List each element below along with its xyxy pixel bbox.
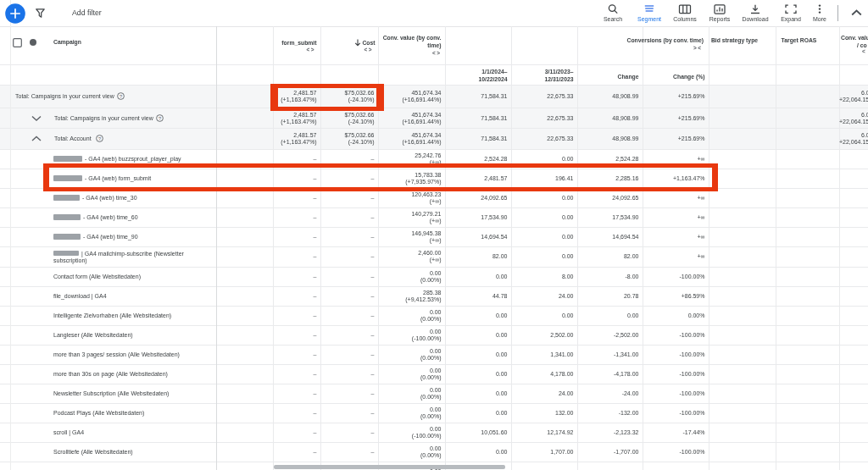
svg-text:?: ? <box>119 94 121 99</box>
svg-text:?: ? <box>159 116 161 121</box>
svg-text:?: ? <box>97 136 100 141</box>
